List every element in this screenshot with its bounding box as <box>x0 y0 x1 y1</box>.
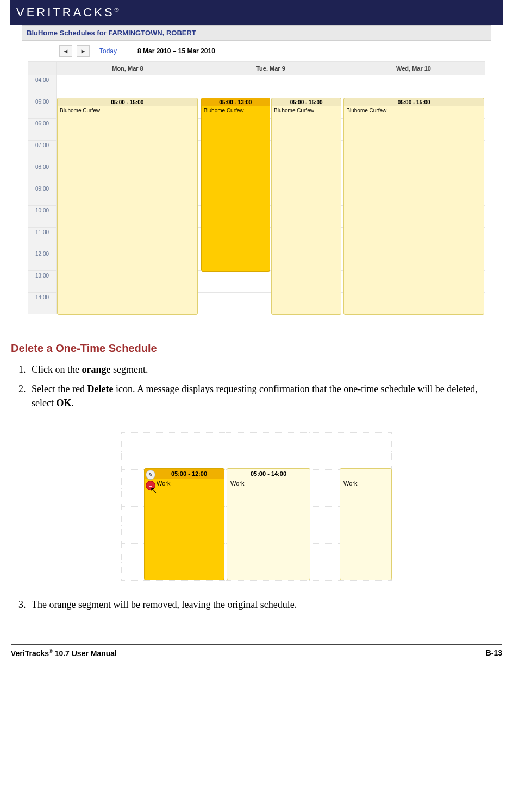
footer-left: VeriTracks® 10.7 User Manual <box>11 649 117 658</box>
shot2-event-orange[interactable]: ✎ – ↖ 05:00 - 12:00 Work <box>144 468 224 580</box>
brand-header: VERITRACKS® <box>10 0 503 25</box>
time-label: 11:00 <box>28 228 57 249</box>
step-2: Select the red Delete icon. A message di… <box>28 382 502 410</box>
prev-button[interactable]: ◄ <box>59 45 72 57</box>
date-range: 8 Mar 2010 – 15 Mar 2010 <box>137 47 215 55</box>
brand-name: VERITRACKS® <box>16 5 119 20</box>
time-label: 04:00 <box>28 75 57 97</box>
step-list: Click on the orange segment. Select the … <box>28 362 502 410</box>
day-header: Tue, Mar 9 <box>199 62 342 75</box>
step-list-cont: The orange segment will be removed, leav… <box>28 597 502 612</box>
step-1: Click on the orange segment. <box>28 362 502 376</box>
step-3: The orange segment will be removed, leav… <box>28 597 502 612</box>
time-label: 10:00 <box>28 206 57 228</box>
footer-page-number: B-13 <box>486 649 502 658</box>
event-mon[interactable]: 05:00 - 15:00 Bluhome Curfew <box>57 98 198 315</box>
delete-icon[interactable]: – <box>146 481 155 490</box>
day-header: Mon, Mar 8 <box>57 62 199 75</box>
calendar-toolbar: ◄ ► Today 8 Mar 2010 – 15 Mar 2010 <box>22 41 491 61</box>
next-button[interactable]: ► <box>77 45 90 57</box>
time-label: 12:00 <box>28 249 57 271</box>
shot2-event-plain[interactable]: 05:00 - 14:00 Work <box>227 468 310 580</box>
day-header: Wed, Mar 10 <box>342 62 485 75</box>
calendar-screenshot: BluHome Schedules for FARMINGTOWN, ROBER… <box>22 25 491 320</box>
event-wed[interactable]: 05:00 - 15:00 Bluhome Curfew <box>343 98 484 315</box>
today-link[interactable]: Today <box>99 47 117 55</box>
page-footer: VeriTracks® 10.7 User Manual B-13 <box>11 644 502 658</box>
shot2-event-right[interactable]: Work <box>340 468 392 580</box>
section-heading: Delete a One-Time Schedule <box>11 342 502 355</box>
calendar-title: BluHome Schedules for FARMINGTOWN, ROBER… <box>22 26 491 41</box>
time-label: 09:00 <box>28 184 57 206</box>
time-label: 14:00 <box>28 293 57 314</box>
event-tue-orange[interactable]: 05:00 - 13:00 Bluhome Curfew <box>201 98 270 272</box>
time-label: 13:00 <box>28 271 57 293</box>
time-label: 06:00 <box>28 119 57 141</box>
event-tue-under[interactable]: 05:00 - 15:00 Bluhome Curfew <box>271 98 341 315</box>
time-label: 05:00 <box>28 97 57 119</box>
time-label: 07:00 <box>28 141 57 162</box>
delete-screenshot: ✎ – ↖ 05:00 - 12:00 Work 05:00 - 14:00 W… <box>121 432 392 581</box>
time-label: 08:00 <box>28 162 57 184</box>
